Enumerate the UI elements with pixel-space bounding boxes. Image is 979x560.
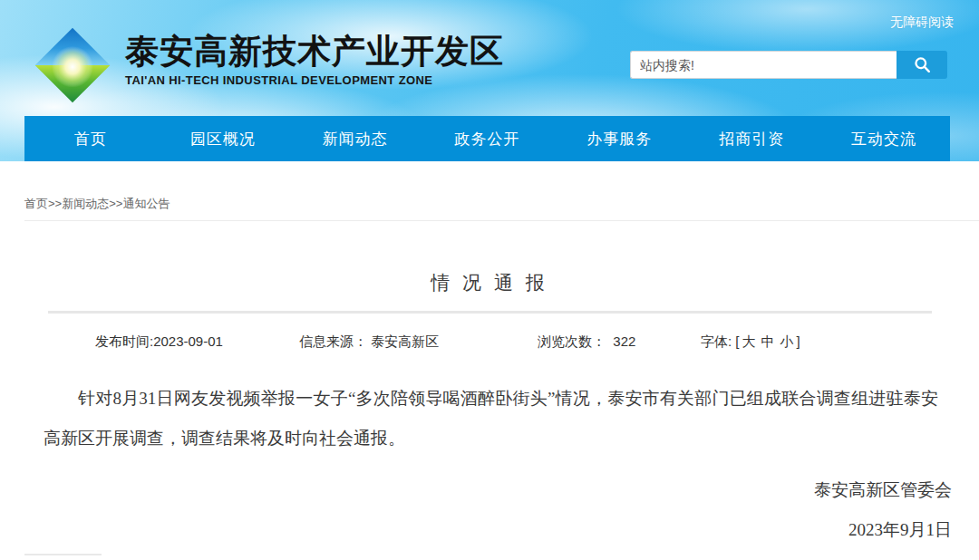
article-signature: 泰安高新区管委会 2023年9月1日 [814,478,952,542]
search-icon [913,55,932,74]
nav-item-home[interactable]: 首页 [24,116,157,161]
font-size-control: 字体: [大中小] [701,333,800,351]
article-title: 情 况 通 报 [0,270,979,295]
nav-item-interact[interactable]: 互动交流 [818,116,950,161]
site-logo-icon [27,25,118,105]
breadcrumb: 首页 >> 新闻动态 >> 通知公告 [24,187,979,220]
publish-date: 发布时间:2023-09-01 [95,333,223,351]
breadcrumb-home[interactable]: 首页 [24,196,48,212]
font-label: 字体: [ [701,333,740,349]
source-value: 泰安高新区 [371,333,439,349]
site-brand[interactable]: 泰安高新技术产业开发区 TAI'AN HI-TECH INDUSTRIAL DE… [27,25,504,105]
bottom-divider [24,554,102,555]
site-search [630,51,947,79]
font-size-small[interactable]: 小 [778,333,797,349]
main-nav: 首页 园区概况 新闻动态 政务公开 办事服务 招商引资 互动交流 [24,116,950,161]
signature-org: 泰安高新区管委会 [814,478,952,502]
info-source: 信息来源： 泰安高新区 [299,333,439,351]
nav-item-news[interactable]: 新闻动态 [289,116,422,161]
view-count: 浏览次数： 322 [538,333,635,351]
article-meta: 发布时间:2023-09-01 信息来源： 泰安高新区 浏览次数： 322 字体… [0,333,979,353]
title-divider [48,311,932,314]
site-header: 无障碍阅读 [0,0,979,161]
page: 无障碍阅读 [0,0,979,560]
nav-item-overview[interactable]: 园区概况 [157,116,289,161]
font-size-large[interactable]: 大 [740,333,759,349]
search-input[interactable] [630,51,897,79]
site-titles: 泰安高新技术产业开发区 TAI'AN HI-TECH INDUSTRIAL DE… [125,25,504,87]
views-value: 322 [613,333,635,349]
nav-item-investment[interactable]: 招商引资 [685,116,818,161]
breadcrumb-divider [24,220,979,221]
signature-date: 2023年9月1日 [814,518,952,542]
views-label: 浏览次数： [538,333,606,349]
site-title-en: TAI'AN HI-TECH INDUSTRIAL DEVELOPMENT ZO… [125,73,504,87]
site-title-zh: 泰安高新技术产业开发区 [125,34,504,70]
breadcrumb-news[interactable]: 新闻动态 [62,196,109,212]
nav-item-gov-info[interactable]: 政务公开 [422,116,554,161]
nav-item-services[interactable]: 办事服务 [553,116,685,161]
search-button[interactable] [897,51,947,79]
accessibility-link[interactable]: 无障碍阅读 [890,14,954,31]
font-size-medium[interactable]: 中 [759,333,778,349]
breadcrumb-separator: >> [48,197,62,210]
article-body: 针对8月31日网友发视频举报一女子“多次陪领导喝酒醉卧街头”情况，泰安市有关部门… [44,379,938,459]
breadcrumb-separator: >> [109,197,122,210]
breadcrumb-notices[interactable]: 通知公告 [122,196,170,212]
font-label-end: ] [797,333,800,349]
source-label: 信息来源： [299,333,367,349]
